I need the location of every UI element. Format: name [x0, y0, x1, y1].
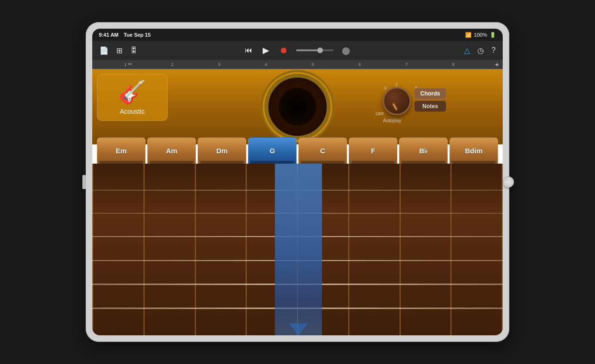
- add-track-button[interactable]: +: [495, 61, 499, 68]
- guitar-area: 🎸 Acoustic OFF 1: [92, 69, 503, 144]
- home-button[interactable]: [503, 176, 514, 188]
- autoplay-off-label: OFF: [376, 111, 384, 116]
- active-chord-highlight: [275, 164, 322, 335]
- main-content: 🎸 Acoustic OFF 1: [92, 69, 503, 335]
- dial-indicator: [392, 103, 397, 111]
- status-time: 9:41 AM Tue Sep 15: [99, 32, 151, 38]
- chord-dm-button[interactable]: Dm: [198, 137, 246, 164]
- ipad-screen: 9:41 AM Tue Sep 15 📶 100% 🔋 📄 ⊞ 🎛 ⏮ ▶ ⏺: [92, 29, 503, 335]
- ruler-mark-5: 5: [312, 62, 359, 67]
- tracks-button[interactable]: ⊞: [114, 45, 125, 56]
- volume-slider[interactable]: [296, 49, 334, 51]
- metronome-button[interactable]: △: [462, 45, 472, 56]
- instrument-name: Acoustic: [120, 108, 145, 115]
- chord-c-button[interactable]: C: [298, 137, 347, 164]
- status-right: 📶 100% 🔋: [465, 32, 496, 38]
- toolbar: 📄 ⊞ 🎛 ⏮ ▶ ⏺ ⬤ △ ◷ ?: [92, 41, 503, 60]
- ruler-mark-1: 1: [96, 62, 171, 67]
- ruler-mark-3: 3: [218, 62, 265, 67]
- timeline-ruler: ✏ 1 2 3 4 5 6 7 8 +: [92, 60, 503, 69]
- ruler-mark-7: 7: [405, 62, 452, 67]
- chord-bdim-button[interactable]: Bdim: [450, 137, 498, 164]
- autoplay-1-label: 1: [384, 86, 386, 90]
- toolbar-right: △ ◷ ?: [366, 45, 498, 56]
- left-button: [82, 175, 86, 189]
- play-button[interactable]: ▶: [260, 44, 272, 57]
- file-button[interactable]: 📄: [97, 45, 111, 56]
- toolbar-center: ⏮ ▶ ⏺ ⬤: [232, 44, 363, 57]
- ipad-frame: 9:41 AM Tue Sep 15 📶 100% 🔋 📄 ⊞ 🎛 ⏮ ▶ ⏺: [86, 22, 509, 342]
- autoplay-area: OFF 1 2 3 4 Autoplay: [376, 83, 409, 123]
- chord-g-button[interactable]: G: [248, 137, 297, 164]
- chord-arrow: [289, 324, 308, 335]
- status-bar: 9:41 AM Tue Sep 15 📶 100% 🔋: [92, 29, 503, 41]
- chord-em-button[interactable]: Em: [97, 137, 145, 164]
- mixer-button[interactable]: 🎛: [128, 45, 140, 56]
- autoplay-dial[interactable]: [383, 87, 411, 115]
- sound-hole: [265, 74, 330, 140]
- ruler-marks: 1 2 3 4 5 6 7 8: [96, 62, 499, 67]
- rewind-button[interactable]: ⏮: [242, 45, 255, 56]
- chord-bb-button[interactable]: B♭: [399, 137, 448, 164]
- battery-icon: 🔋: [490, 32, 496, 38]
- toolbar-left: 📄 ⊞ 🎛: [97, 45, 229, 56]
- ruler-mark-2: 2: [171, 62, 218, 67]
- battery-label: 100%: [474, 32, 487, 38]
- volume-knob: [317, 47, 323, 53]
- wifi-icon: 📶: [465, 32, 472, 38]
- ruler-mark-4: 4: [265, 62, 312, 67]
- ruler-mark-6: 6: [359, 62, 406, 67]
- chords-notes-toggle: Chords Notes: [414, 88, 446, 112]
- help-button[interactable]: ?: [489, 45, 498, 56]
- tempo-button[interactable]: ◷: [475, 45, 486, 56]
- autoplay-dial-container: OFF 1 2 3 4: [376, 83, 409, 116]
- pencil-icon: ✏: [128, 61, 132, 67]
- volume-dot: ⬤: [339, 45, 353, 56]
- autoplay-2-label: 2: [395, 82, 398, 87]
- instrument-selector[interactable]: 🎸 Acoustic: [97, 74, 168, 121]
- record-button[interactable]: ⏺: [277, 44, 290, 57]
- chords-button[interactable]: Chords: [414, 88, 446, 99]
- chord-am-button[interactable]: Am: [147, 137, 196, 164]
- sound-hole-inner: [279, 88, 316, 126]
- sound-hole-container: [265, 74, 330, 140]
- chord-f-button[interactable]: F: [349, 137, 397, 164]
- guitar-icon: 🎸: [102, 79, 162, 105]
- fretboard[interactable]: [92, 164, 503, 335]
- chord-row: Em Am Dm G C F B♭ Bdim: [92, 137, 503, 164]
- notes-button[interactable]: Notes: [414, 101, 446, 112]
- ruler-mark-8: 8: [452, 62, 499, 67]
